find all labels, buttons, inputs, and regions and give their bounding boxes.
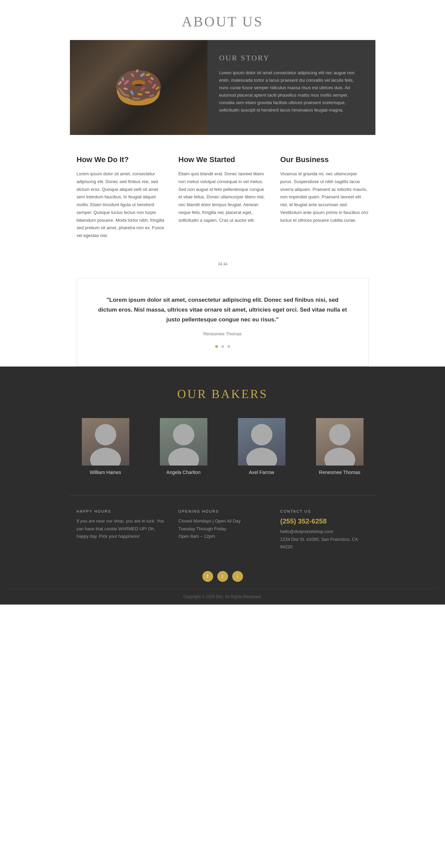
baker-angela-charlton: Angela Charlton [148, 418, 219, 475]
footer-happy-hours: Happy Hours If you are near our shop, yo… [77, 509, 165, 550]
col-body-2: Vivamus id gravida mi, nec ullamcorper p… [280, 170, 369, 224]
baker-photo-1 [82, 418, 129, 466]
footer-address: 1234 Divi St. #1000, San Francisco, CA 9… [280, 536, 369, 551]
bakers-section: Our Bakers William Haines [7, 387, 438, 475]
three-col-section: How We Do It? Lorem ipsum dolor sit amet… [0, 155, 445, 240]
footer-email: hello@divipretzelshop.com [280, 528, 369, 535]
baker-name-3: Axel Farrow [226, 470, 297, 475]
baker-photo-4 [316, 418, 364, 466]
footer-opening-line-2: Tuesday Through Friday [179, 525, 267, 533]
footer-info: Happy Hours If you are near our shop, yo… [70, 495, 375, 564]
footer-contact: Contact Us (255) 352-6258 hello@divipret… [280, 509, 369, 550]
svg-point-6 [329, 424, 350, 446]
col-body-0: Lorem ipsum dolor sit amet, consectetur … [77, 170, 165, 240]
baker-photo-2 [160, 418, 207, 466]
quote-dot-2[interactable] [221, 345, 224, 348]
page-title-section: About Us [0, 0, 445, 40]
copyright: Copyright © 2023 Divi. All Rights Reserv… [7, 589, 438, 605]
footer-contact-title: Contact Us [280, 509, 369, 513]
baker-name-4: Renesmee Thomas [304, 470, 375, 475]
twitter-icon[interactable]: t [217, 571, 228, 582]
baker-renesmee-thomas: Renesmee Thomas [304, 418, 375, 475]
page-title: About Us [7, 14, 438, 30]
col-how-we-started: How We Started Etiam quis blandit erat. … [179, 155, 267, 240]
baker-name-1: William Haines [70, 470, 141, 475]
svg-point-5 [246, 448, 277, 466]
svg-point-1 [90, 448, 121, 466]
bakers-title: Our Bakers [7, 387, 438, 401]
footer-happy-hours-title: Happy Hours [77, 509, 165, 513]
col-how-we-do-it: How We Do It? Lorem ipsum dolor sit amet… [77, 155, 165, 240]
baker-photo-3 [238, 418, 285, 466]
quote-dots [97, 343, 348, 353]
dark-section: Our Bakers William Haines [0, 367, 445, 604]
col-title-0: How We Do It? [77, 155, 165, 164]
col-title-1: How We Started [179, 155, 267, 164]
story-image [70, 40, 207, 135]
svg-point-7 [324, 448, 355, 466]
col-body-1: Etiam quis blandit erat. Donec laoreet l… [179, 170, 267, 224]
social-bar: f t i [7, 564, 438, 589]
svg-point-2 [173, 424, 194, 446]
quote-section: ❝❝ "Lorem ipsum dolor sit amet, consecte… [0, 260, 445, 367]
svg-point-0 [95, 424, 116, 446]
footer-phone: (255) 352-6258 [280, 517, 369, 525]
instagram-icon[interactable]: i [232, 571, 243, 582]
baker-william-haines: William Haines [70, 418, 141, 475]
footer-happy-hours-body: If you are near our shop, you are in luc… [77, 517, 165, 540]
quote-text: "Lorem ipsum dolor sit amet, consectetur… [97, 295, 348, 325]
quote-box: "Lorem ipsum dolor sit amet, consectetur… [77, 278, 369, 367]
baker-axel-farrow: Axel Farrow [226, 418, 297, 475]
col-our-business: Our Business Vivamus id gravida mi, nec … [280, 155, 369, 240]
footer-opening-hours-title: Opening Hours [179, 509, 267, 513]
svg-point-4 [251, 424, 272, 446]
quote-author: Renesmee Thomas [97, 331, 348, 336]
story-body: Lorem ipsum dolor sit amet consectetur a… [219, 69, 364, 114]
story-heading: Our Story [219, 54, 364, 62]
quote-dot-3[interactable] [227, 345, 230, 348]
footer-opening-hours: Opening Hours Closed Mondays | Open All … [179, 509, 267, 550]
footer-opening-line-3: Open 8am – 12pm [179, 533, 267, 540]
col-title-2: Our Business [280, 155, 369, 164]
baker-name-2: Angela Charlton [148, 470, 219, 475]
story-text-box: Our Story Lorem ipsum dolor sit amet con… [207, 40, 375, 135]
footer-opening-line-1: Closed Mondays | Open All Day [179, 517, 267, 525]
story-section: Our Story Lorem ipsum dolor sit amet con… [0, 40, 445, 135]
quote-dot-1[interactable] [215, 345, 218, 348]
bakers-grid: William Haines Angela Charlton [70, 418, 375, 475]
svg-point-3 [168, 448, 199, 466]
quote-decoration-icon: ❝❝ [77, 260, 369, 271]
facebook-icon[interactable]: f [202, 571, 213, 582]
